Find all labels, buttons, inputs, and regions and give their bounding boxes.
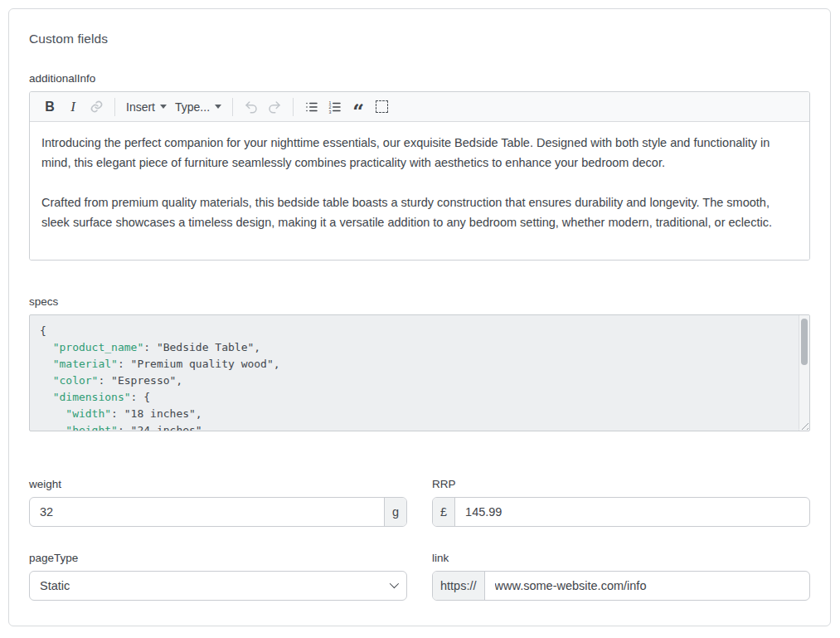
link-label: link <box>432 552 810 564</box>
rte-toolbar: B I Insert Type... <box>30 92 809 122</box>
insert-dropdown[interactable]: Insert <box>122 95 171 119</box>
bold-button[interactable]: B <box>38 95 61 119</box>
specs-scrollbar-thumb[interactable] <box>801 319 808 365</box>
currency-addon: £ <box>433 498 455 526</box>
code-line: "width": "18 inches", <box>40 406 789 422</box>
weight-field: weight g <box>29 478 407 527</box>
weight-label: weight <box>29 478 407 490</box>
rte-content[interactable]: Introducing the perfect companion for yo… <box>30 122 809 260</box>
toolbar-divider <box>232 98 233 116</box>
type-dropdown[interactable]: Type... <box>171 95 226 119</box>
bullet-list-icon <box>304 100 319 114</box>
code-line: "height": "24 inches", <box>40 422 789 431</box>
embed-block-button[interactable] <box>370 95 393 119</box>
specs-field: specs { "product_name": "Bedside Table",… <box>29 295 810 431</box>
additional-info-field: additionalInfo B I Insert <box>29 72 810 261</box>
dashed-box-icon <box>376 100 388 113</box>
specs-code-editor: { "product_name": "Bedside Table", "mate… <box>29 314 810 431</box>
rrp-field: RRP £ <box>432 478 810 527</box>
link-input[interactable] <box>485 572 809 600</box>
chevron-down-icon <box>215 105 221 109</box>
toolbar-divider <box>293 98 294 116</box>
specs-code-content[interactable]: { "product_name": "Bedside Table", "mate… <box>30 315 809 431</box>
weight-unit-addon: g <box>384 498 406 526</box>
rich-text-editor: B I Insert Type... <box>29 91 810 261</box>
ordered-list-icon: 1 2 3 <box>328 100 342 114</box>
rte-paragraph: Crafted from premium quality materials, … <box>41 192 798 232</box>
rte-paragraph: Introducing the perfect companion for yo… <box>41 133 798 173</box>
ordered-list-button[interactable]: 1 2 3 <box>323 95 347 119</box>
code-line: "color": "Espresso", <box>40 373 789 389</box>
toolbar-divider <box>114 98 115 116</box>
specs-scrollbar-track[interactable] <box>799 315 809 431</box>
svg-text:3: 3 <box>329 109 332 114</box>
weight-input-group: g <box>29 497 407 527</box>
code-line: "material": "Premium quality wood", <box>40 356 789 373</box>
blockquote-icon: “ <box>352 98 364 116</box>
rrp-input[interactable] <box>455 498 809 526</box>
page-type-field: pageType Static <box>29 552 407 601</box>
undo-icon <box>244 100 259 114</box>
page-type-label: pageType <box>29 552 407 564</box>
weight-input[interactable] <box>30 498 384 526</box>
custom-fields-card: Custom fields additionalInfo B I Ins <box>8 8 831 626</box>
chevron-down-icon <box>160 105 167 109</box>
bullet-list-button[interactable] <box>300 95 323 119</box>
protocol-addon: https:// <box>433 572 485 600</box>
redo-button[interactable] <box>263 95 286 119</box>
undo-button[interactable] <box>240 95 263 119</box>
redo-icon <box>267 100 282 114</box>
page-type-select-wrap: Static <box>29 571 407 601</box>
form-row-1: weight g RRP £ <box>29 478 810 527</box>
code-line: "product_name": "Bedside Table", <box>40 339 789 356</box>
blockquote-button[interactable]: “ <box>347 95 370 119</box>
rrp-input-group: £ <box>432 497 810 527</box>
link-icon <box>90 100 104 114</box>
link-button[interactable] <box>85 95 108 119</box>
specs-label: specs <box>29 295 810 308</box>
form-row-2: pageType Static link https:// <box>29 552 810 601</box>
link-input-group: https:// <box>432 571 810 601</box>
link-field: link https:// <box>432 552 810 601</box>
code-line: "dimensions": { <box>40 389 789 406</box>
page-type-select[interactable]: Static <box>29 571 407 601</box>
rrp-label: RRP <box>432 478 810 490</box>
card-title: Custom fields <box>29 32 810 46</box>
additional-info-label: additionalInfo <box>29 72 810 85</box>
italic-button[interactable]: I <box>61 95 85 119</box>
code-line: { <box>40 323 789 339</box>
